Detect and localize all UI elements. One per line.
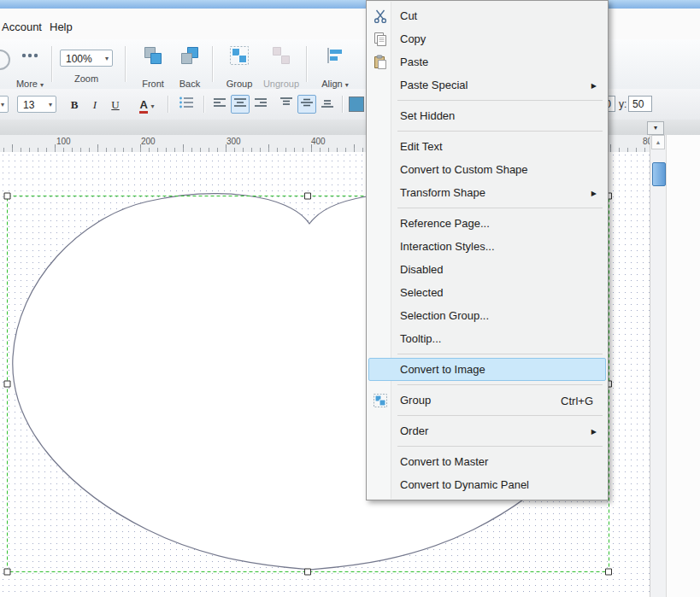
font-color-letter: A — [139, 99, 147, 114]
valign-bottom-button[interactable] — [318, 95, 337, 114]
valign-top-button[interactable] — [277, 95, 296, 114]
align-center-button[interactable] — [231, 95, 250, 114]
send-to-back-button[interactable]: Back — [173, 44, 207, 85]
menu-item-convert-to-master[interactable]: Convert to Master — [368, 450, 606, 473]
align-label: Align ▾ — [315, 79, 356, 89]
menu-separator — [397, 354, 603, 354]
ruler-options-button[interactable]: ▾ — [647, 121, 664, 135]
font-color-button[interactable]: A ▾ — [133, 95, 161, 114]
vertical-scrollbar[interactable]: ▲ — [650, 135, 666, 597]
right-margin-panel — [666, 135, 700, 597]
y-coordinate-field[interactable]: 50 — [628, 96, 652, 112]
toolbar-separator — [125, 46, 126, 82]
menu-item-copy[interactable]: Copy — [368, 27, 606, 50]
more-label: More ▾ — [10, 79, 50, 89]
submenu-arrow-icon: ▶ — [591, 74, 597, 97]
align-left-button[interactable] — [210, 95, 229, 114]
menu-item-label: Copy — [400, 32, 426, 45]
scroll-up-button[interactable]: ▲ — [651, 135, 665, 149]
ruler-mark: 200 — [141, 137, 156, 146]
menu-item-label: Edit Text — [400, 140, 443, 153]
clipped-toolbar-icon — [0, 50, 10, 70]
ungroup-icon — [260, 44, 303, 68]
valign-top-icon — [279, 97, 293, 108]
fill-color-swatch[interactable] — [349, 97, 364, 112]
back-label: Back — [173, 79, 207, 89]
ungroup-label: Ungroup — [260, 79, 303, 89]
zoom-caption: Zoom — [60, 73, 113, 84]
menu-separator — [397, 384, 603, 385]
ruler-mark: 300 — [226, 137, 241, 146]
front-label: Front — [135, 79, 171, 89]
menu-item-label: Tooltip... — [400, 332, 441, 345]
caret-down-icon: ▾ — [345, 81, 349, 89]
group-icon — [221, 44, 258, 68]
y-coordinate-label: y: — [619, 98, 626, 110]
menu-item-paste[interactable]: Paste — [368, 50, 606, 73]
format-separator — [168, 96, 168, 113]
group-icon — [373, 393, 388, 408]
menu-item-paste-special[interactable]: Paste Special ▶ — [368, 73, 606, 97]
menu-item-label: Group — [400, 394, 431, 407]
menu-item-set-hidden[interactable]: Set Hidden — [368, 104, 606, 127]
italic-button[interactable]: I — [85, 95, 104, 114]
menu-help[interactable]: Help — [50, 20, 73, 33]
menu-item-disabled[interactable]: Disabled — [368, 258, 606, 281]
menu-account[interactable]: Account — [2, 20, 42, 33]
zoom-value: 100% — [66, 53, 92, 65]
caret-down-icon: ▾ — [40, 81, 44, 89]
menu-item-convert-to-image[interactable]: Convert to Image — [368, 358, 606, 381]
align-button[interactable]: Align ▾ — [315, 44, 356, 85]
menu-item-label: Set Hidden — [400, 109, 455, 122]
underline-button[interactable]: U — [106, 95, 125, 114]
menu-item-group[interactable]: Group Ctrl+G — [368, 389, 606, 412]
group-label: Group — [221, 79, 258, 89]
menu-item-tooltip[interactable]: Tooltip... — [368, 327, 606, 350]
font-size-combobox[interactable]: 13 ▾ — [17, 96, 56, 113]
menu-item-order[interactable]: Order ▶ — [368, 419, 606, 442]
bring-to-front-button[interactable]: Front — [135, 44, 171, 85]
selection-handle[interactable] — [4, 381, 10, 387]
selection-handle[interactable] — [4, 193, 10, 199]
valign-middle-icon — [300, 97, 314, 108]
more-button[interactable]: More ▾ — [10, 44, 50, 85]
bullet-list-button[interactable] — [176, 95, 197, 114]
axure-app-window: Account Help More ▾ 100% ▾ Zoom Front — [0, 0, 700, 597]
bold-button[interactable]: B — [65, 95, 84, 114]
format-separator — [203, 96, 204, 113]
zoom-combobox[interactable]: 100% ▾ — [60, 50, 113, 67]
align-right-button[interactable] — [251, 95, 270, 114]
menu-item-selection-group[interactable]: Selection Group... — [368, 304, 606, 327]
bring-to-front-icon — [135, 44, 171, 68]
menu-item-cut[interactable]: Cut — [368, 4, 606, 27]
scrollbar-thumb[interactable] — [652, 162, 666, 186]
menu-item-label: Transform Shape — [400, 186, 485, 199]
y-coordinate-value: 50 — [632, 97, 644, 113]
menu-item-interaction-styles[interactable]: Interaction Styles... — [368, 235, 606, 258]
clipped-font-combobox[interactable]: ▾ — [0, 96, 9, 113]
selection-handle[interactable] — [305, 193, 311, 199]
copy-icon — [373, 32, 388, 47]
menu-item-reference-page[interactable]: Reference Page... — [368, 212, 606, 235]
menu-item-edit-text[interactable]: Edit Text — [368, 135, 606, 158]
menu-item-convert-to-custom-shape[interactable]: Convert to Custom Shape — [368, 158, 606, 181]
menu-separator — [397, 131, 603, 132]
menu-separator — [397, 208, 603, 208]
menu-item-transform-shape[interactable]: Transform Shape ▶ — [368, 181, 606, 204]
ungroup-button[interactable]: Ungroup — [260, 44, 303, 85]
valign-bottom-icon — [321, 97, 334, 108]
menu-item-label: Cut — [400, 9, 417, 22]
toolbar-separator — [306, 46, 307, 82]
menu-item-convert-to-dynamic-panel[interactable]: Convert to Dynamic Panel — [368, 473, 606, 496]
valign-middle-button[interactable] — [297, 95, 316, 114]
selection-handle[interactable] — [305, 569, 311, 575]
menu-item-selected[interactable]: Selected — [368, 281, 606, 304]
menu-item-label: Reference Page... — [400, 217, 490, 230]
selection-handle[interactable] — [4, 569, 10, 575]
caret-down-icon: ▾ — [49, 97, 52, 114]
menu-item-label: Paste Special — [400, 79, 468, 91]
align-right-icon — [254, 97, 268, 108]
submenu-arrow-icon: ▶ — [591, 420, 597, 443]
selection-handle[interactable] — [606, 569, 612, 575]
group-button[interactable]: Group — [221, 44, 258, 85]
